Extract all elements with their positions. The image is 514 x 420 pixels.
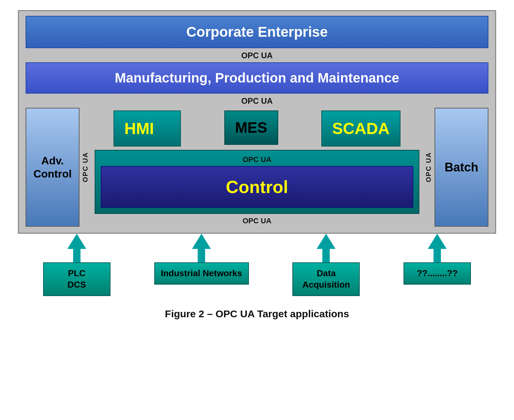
manufacturing-label: Manufacturing, Production and Maintenanc… xyxy=(115,70,399,85)
center-area: HMI MES SCADA OPC UA Control xyxy=(91,108,423,227)
arrow-column-4: ??........?? xyxy=(404,234,471,285)
bottom-box-label-3: Data Acquisition xyxy=(302,268,350,290)
up-arrow-3 xyxy=(317,234,335,249)
bottom-box-label-1: PLC DCS xyxy=(67,268,86,290)
control-box: Control xyxy=(101,166,413,208)
arrow-shaft-3 xyxy=(322,249,330,262)
bottom-box-label-4: ??........?? xyxy=(417,268,457,278)
corporate-enterprise-box: Corporate Enterprise xyxy=(26,16,488,48)
hmi-label: HMI xyxy=(124,120,154,137)
opc-ua-vertical-right: OPC UA xyxy=(423,108,435,227)
opc-ua-vertical-left: OPC UA xyxy=(79,108,91,227)
opc-ua-label-1: OPC UA xyxy=(26,48,488,62)
scada-box: SCADA xyxy=(321,110,400,147)
inner-opc-ua-label: OPC UA xyxy=(243,154,271,166)
arrow-column-2: Industrial Networks xyxy=(154,234,249,285)
corporate-enterprise-label: Corporate Enterprise xyxy=(186,24,328,40)
adv-control-label: Adv. Control xyxy=(33,154,72,180)
bottom-box-3: Data Acquisition xyxy=(292,262,360,296)
up-arrow-2 xyxy=(192,234,211,249)
bottom-box-label-2: Industrial Networks xyxy=(161,268,242,278)
up-arrow-1 xyxy=(67,234,86,249)
arrow-shaft-1 xyxy=(73,249,81,262)
up-arrow-4 xyxy=(428,234,447,249)
batch-box: Batch xyxy=(435,108,488,227)
scada-label: SCADA xyxy=(332,120,390,137)
figure-caption: Figure 2 – OPC UA Target applications xyxy=(165,308,349,320)
arrows-section: PLC DCS Industrial Networks Data Acquisi… xyxy=(18,234,496,296)
opc-ua-label-2: OPC UA xyxy=(26,94,488,108)
bottom-opc-ua-label: OPC UA xyxy=(95,214,419,227)
batch-label: Batch xyxy=(445,160,478,174)
arrow-shaft-4 xyxy=(433,249,441,262)
mes-label: MES xyxy=(235,119,267,136)
bottom-box-4: ??........?? xyxy=(404,262,471,285)
arrow-column-1: PLC DCS xyxy=(43,234,110,296)
arrow-column-3: Data Acquisition xyxy=(292,234,360,296)
top-row: HMI MES SCADA xyxy=(95,110,419,147)
outer-container: Corporate Enterprise OPC UA Manufacturin… xyxy=(18,10,496,234)
bottom-box-1: PLC DCS xyxy=(43,262,110,296)
manufacturing-box: Manufacturing, Production and Maintenanc… xyxy=(26,62,488,94)
adv-control-box: Adv. Control xyxy=(26,108,79,227)
mes-box: MES xyxy=(224,110,278,145)
middle-row-wrapper: Adv. Control OPC UA HMI MES SCADA xyxy=(26,108,488,227)
bottom-box-2: Industrial Networks xyxy=(154,262,249,285)
inner-teal-container: OPC UA Control xyxy=(95,150,419,214)
arrow-shaft-2 xyxy=(198,249,205,262)
diagram-wrapper: Corporate Enterprise OPC UA Manufacturin… xyxy=(18,10,496,320)
hmi-box: HMI xyxy=(114,110,181,147)
control-label: Control xyxy=(226,177,288,197)
